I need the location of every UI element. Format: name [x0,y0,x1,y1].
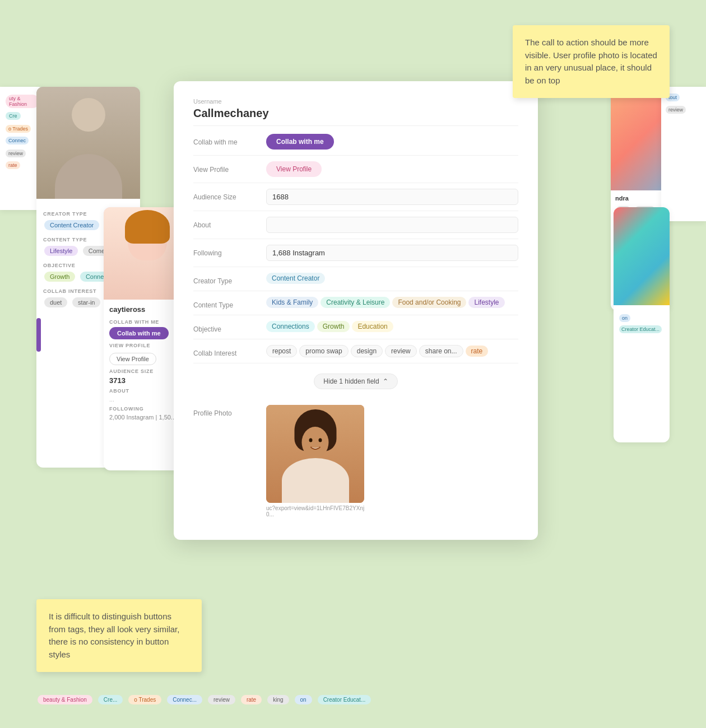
modal-username: Callmechaney [193,107,518,120]
tag-duet: duet [44,297,67,307]
objective-value: Connections Growth Education [266,321,518,332]
woman-photo-bg [266,405,364,503]
tag-lifestyle-left: Lifestyle [44,246,78,256]
far-right-avatar [614,207,670,305]
collab-with-me-button[interactable]: Collab with me [266,134,334,150]
tag-connections: Connections [266,321,315,332]
woman-body [282,458,349,503]
tag-far-right-2: Creator Educat... [619,325,662,333]
tag-creativity-leisure: Creativity & Leisure [321,297,390,308]
tag-cre: Cre [6,112,21,120]
far-right-card: on Creator Educat... [614,207,670,442]
view-profile-value: View Profile [266,161,518,177]
bottom-tag-4: Connec... [167,695,202,704]
creator-type-value: Content Creator [266,273,518,284]
following-label-modal: Following [193,245,266,257]
tag-star-in: star-in [72,297,101,307]
sticky-note-top-text: The call to action should be more visibl… [525,38,657,85]
tag-education: Education [352,321,393,332]
following-input[interactable] [266,245,518,261]
collab-button-second[interactable]: Collab with me [109,327,169,339]
photo-url-text: uc?export=view&id=1LHnFIVE7B2YXnj0... [266,505,367,517]
sticky-note-top: The call to action should be more visibl… [513,25,670,98]
tag-review-left: review [6,150,26,157]
tag-rate-modal: rate [466,346,489,357]
tag-trades: o Trades [6,125,31,133]
collab-label-modal: Collab with me [193,134,266,146]
hide-btn-text: Hide 1 hidden field [323,377,379,385]
about-field-row: About [193,211,518,239]
bottom-tag-3: o Trades [128,695,161,704]
tag-food-cooking: Food and/or Cooking [392,297,466,308]
chevron-up-icon: ⌃ [383,377,388,385]
profile-photo-value: uc?export=view&id=1LHnFIVE7B2YXnj0... [266,405,518,517]
username-label-section: Username Callmechaney [193,98,518,126]
collab-interest-label-modal: Collab Interest [193,345,266,357]
anime-hair [125,210,170,244]
bottom-tag-6: rate [241,695,262,704]
tag-far-right-1: on [619,314,630,322]
tag-growth-left: Growth [44,272,75,282]
sticky-note-bottom: It is difficult to distinguish buttons f… [36,599,202,672]
tag-design: design [351,345,383,357]
hide-hidden-field-button[interactable]: Hide 1 hidden field ⌃ [314,374,397,389]
bottom-tag-5: review [208,695,235,704]
about-label-modal: About [193,217,266,229]
tag-growth-modal: Growth [317,321,350,332]
face-svg [300,424,331,461]
bottom-tag-2: Cre... [98,695,123,704]
svg-point-0 [301,427,328,458]
bottom-tag-9: Creator Educat... [318,695,371,704]
profile-photo-image [266,405,364,503]
view-profile-button-second[interactable]: View Profile [109,353,156,365]
purple-bar-left [36,318,41,352]
content-type-label-modal: Content Type [193,297,266,309]
right-edge-strip: tout review [661,87,706,221]
following-field-row: Following [193,239,518,267]
tag-share-on: share on... [419,345,463,357]
tag-strip-right-2: review [666,106,686,114]
about-value [266,217,518,233]
view-profile-field-row: View Profile View Profile [193,156,518,183]
photo-container: uc?export=view&id=1LHnFIVE7B2YXnj0... [266,405,367,517]
tag-connec: Connec [6,137,29,144]
collab-value: Collab with me [266,134,518,150]
tag-review-modal: review [385,345,417,357]
tag-lifestyle-modal: Lifestyle [468,297,504,308]
bottom-tags-row: beauty & Fashion Cre... o Trades Connec.… [36,694,670,706]
audience-input[interactable] [266,189,518,205]
left-avatar [36,87,140,199]
hide-field-container: Hide 1 hidden field ⌃ [193,368,518,395]
tag-content-creator-left: Content Creator [44,220,99,230]
tag-content-creator-modal: Content Creator [266,273,325,284]
ndra-username: ndra [615,195,665,202]
audience-field-row: Audience Size [193,183,518,211]
profile-photo-label-modal: Profile Photo [193,405,266,417]
collab-interest-field-row: Collab Interest repost promo swap design… [193,339,518,363]
profile-modal: Username Callmechaney Collab with me Col… [174,81,538,540]
divider [193,125,518,126]
tag-promo-swap: promo swap [299,345,348,357]
audience-value [266,189,518,205]
bottom-tag-7: king [267,695,289,704]
creator-type-label-modal: Creator Type [193,273,266,285]
profile-photo-field-row: Profile Photo [193,399,518,523]
objective-field-row: Objective Connections Growth Education [193,315,518,339]
tag-rate-left: rate [6,161,20,169]
svg-point-2 [318,438,322,442]
view-profile-button-modal[interactable]: View Profile [266,161,322,177]
collab-field-row: Collab with me Collab with me [193,128,518,156]
audience-label-modal: Audience Size [193,189,266,201]
bottom-tag-1: beauty & Fashion [38,695,92,704]
collab-interest-value: repost promo swap design review share on… [266,345,518,357]
content-type-field-row: Content Type Kids & Family Creativity & … [193,291,518,315]
creator-type-field-row: Creator Type Content Creator [193,267,518,291]
following-value [266,245,518,261]
about-input[interactable] [266,217,518,233]
svg-point-1 [309,438,312,442]
view-profile-label-modal: View Profile [193,161,266,174]
bottom-tag-8: on [295,695,312,704]
far-right-content: on Creator Educat... [614,305,670,339]
tag-kids-family: Kids & Family [266,297,318,308]
objective-label-modal: Objective [193,321,266,333]
